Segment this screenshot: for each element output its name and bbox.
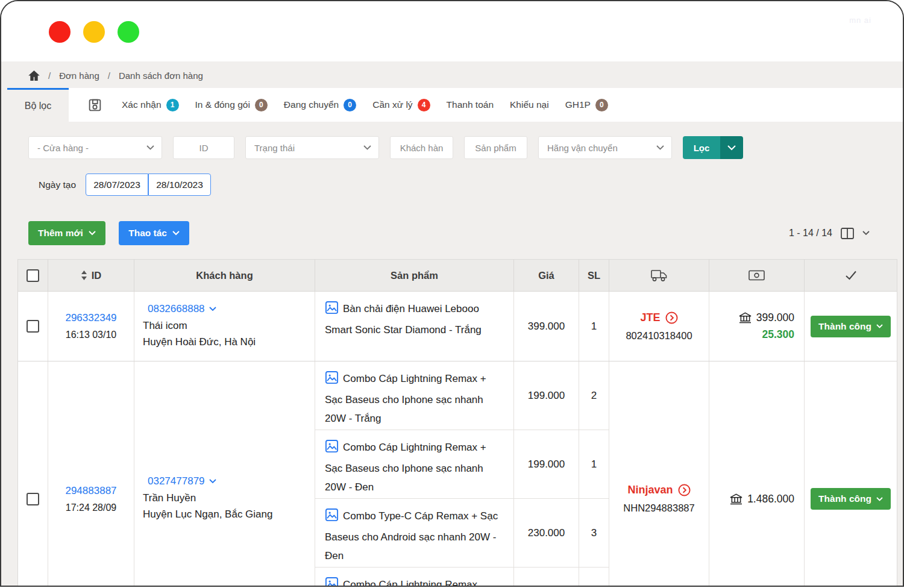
payment-cell: 399.000 25.300 [709, 292, 805, 361]
tab-label: Cần xử lý [372, 99, 412, 110]
pagination: 1 - 14 / 14 [789, 228, 870, 239]
tab-khieu-nai[interactable]: Khiếu nại [510, 99, 549, 110]
order-id-link[interactable]: 294883887 [65, 485, 116, 497]
watermark: mn ai [849, 16, 871, 25]
qty-cell: 3 [579, 499, 609, 568]
columns-icon[interactable] [841, 228, 854, 239]
add-new-label: Thêm mới [38, 228, 83, 239]
product-input[interactable] [464, 136, 527, 159]
order-id-cell: 294883887 17:24 28/09 [48, 361, 134, 587]
filter-row: - Cửa hàng - Trạng thái Hãng vận chuyển … [28, 136, 903, 159]
header-product: Sản phẩm [315, 260, 514, 291]
header-id[interactable]: ID [48, 260, 134, 291]
date-label: Ngày tạo [39, 180, 76, 190]
chevron-down-icon [876, 497, 883, 501]
chevron-down-icon [209, 479, 216, 484]
tab-label: Khiếu nại [510, 99, 549, 110]
chevron-down-icon [876, 324, 883, 328]
product-cell: Combo Cáp Lightning Remax + Sạc Baseus c… [315, 430, 514, 499]
maximize-window-button[interactable] [118, 21, 139, 43]
product-image-icon[interactable] [325, 577, 339, 587]
store-select[interactable]: - Cửa hàng - [28, 136, 162, 159]
row-checkbox[interactable] [27, 493, 39, 505]
price-cell [514, 568, 579, 587]
qty-cell: 2 [579, 361, 609, 430]
tab-bo-loc[interactable]: Bộ lọc [7, 88, 69, 122]
product-cell: Combo Cáp Lightning Remax [315, 568, 514, 587]
tab-thanh-toan[interactable]: Thanh toán [447, 99, 494, 110]
customer-phone-link[interactable]: 0327477879 [148, 475, 309, 487]
chevron-down-icon [727, 145, 736, 151]
qty-cell [579, 568, 609, 587]
header-qty: SL [579, 260, 609, 291]
pagination-range: 1 - 14 / 14 [789, 228, 832, 239]
tab-label: In & đóng gói [195, 99, 250, 110]
product-cell: Combo Type-C Cáp Remax + Sạc Baseus cho … [315, 499, 514, 568]
carrier-link[interactable]: Ninjavan [627, 484, 690, 496]
id-input[interactable] [173, 136, 234, 159]
sort-icon[interactable] [81, 271, 87, 280]
payment-cell: 1.486.000 [709, 361, 805, 587]
payment-total: 1.486.000 [747, 493, 794, 505]
date-to-input[interactable] [148, 174, 211, 196]
status-button[interactable]: Thành công [811, 316, 891, 337]
tab-label: Xác nhận [122, 99, 162, 110]
carrier-select[interactable]: Hãng vận chuyển [538, 136, 672, 159]
product-name[interactable]: Combo Cáp Lightning Remax + Sạc Baseus c… [325, 373, 486, 424]
filter-button[interactable]: Lọc [683, 136, 720, 159]
product-name[interactable]: Bàn chải điện Huawei Lebooo Smart Sonic … [325, 303, 482, 336]
product-name[interactable]: Combo Cáp Lightning Remax + Sạc Baseus c… [325, 442, 486, 493]
qty-cell: 1 [579, 430, 609, 499]
filter-button-group: Lọc [683, 136, 743, 159]
breadcrumb-order-list: Danh sách đơn hàng [119, 70, 203, 81]
close-window-button[interactable] [49, 21, 71, 43]
check-icon [845, 271, 857, 280]
tab-badge: 1 [166, 99, 179, 111]
tab-in-dong-goi[interactable]: In & đóng gói 0 [195, 99, 268, 111]
arrow-circle-icon [665, 311, 678, 324]
payment-fee: 25.300 [762, 328, 794, 341]
chevron-down-icon [656, 145, 664, 150]
order-id-link[interactable]: 296332349 [65, 312, 116, 324]
tab-dang-chuyen[interactable]: Đang chuyển 0 [284, 99, 356, 111]
carrier-select-value: Hãng vận chuyển [547, 143, 618, 153]
customer-name: Thái icom [143, 320, 309, 332]
product-name[interactable]: Combo Cáp Lightning Remax [343, 579, 477, 587]
status-cell: Thành công [805, 361, 897, 587]
status-select-value: Trạng thái [254, 143, 295, 153]
home-icon[interactable] [28, 70, 40, 81]
select-all-checkbox[interactable] [27, 269, 39, 282]
save-icon[interactable] [87, 98, 102, 113]
tab-badge: 0 [255, 99, 268, 111]
product-name[interactable]: Combo Type-C Cáp Remax + Sạc Baseus cho … [325, 510, 498, 561]
header-customer: Khách hàng [134, 260, 315, 291]
status-button[interactable]: Thành công [811, 488, 891, 510]
product-image-icon[interactable] [325, 371, 339, 390]
tab-gh1p[interactable]: GH1P 0 [565, 99, 608, 111]
add-new-button[interactable]: Thêm mới [28, 221, 105, 245]
chevron-down-icon[interactable] [862, 231, 870, 236]
tab-xac-nhan[interactable]: Xác nhận 1 [122, 99, 179, 111]
tab-label: GH1P [565, 99, 591, 110]
customer-input[interactable] [390, 136, 453, 159]
product-image-icon[interactable] [325, 508, 339, 528]
product-image-icon[interactable] [325, 439, 339, 459]
carrier-link[interactable]: JTE [640, 311, 677, 324]
date-from-input[interactable] [86, 174, 148, 196]
tab-can-xu-ly[interactable]: Cần xử lý 4 [372, 99, 430, 111]
tab-badge: 0 [595, 99, 608, 111]
breadcrumb-orders[interactable]: Đơn hàng [59, 70, 99, 81]
product-image-icon[interactable] [325, 301, 339, 321]
tab-label: Đang chuyển [284, 99, 339, 110]
customer-phone-link[interactable]: 0832668888 [148, 303, 309, 315]
minimize-window-button[interactable] [83, 21, 105, 43]
bank-icon [739, 312, 752, 324]
breadcrumb-separator: / [48, 70, 51, 81]
status-select[interactable]: Trạng thái [245, 136, 379, 159]
bulk-actions-button[interactable]: Thao tác [119, 221, 189, 245]
filter-dropdown-button[interactable] [720, 136, 743, 159]
row-checkbox[interactable] [27, 320, 39, 333]
customer-address: Huyện Lục Ngạn, Bắc Giang [143, 508, 309, 521]
bank-icon [730, 493, 742, 505]
window-titlebar: mn ai [1, 1, 903, 61]
